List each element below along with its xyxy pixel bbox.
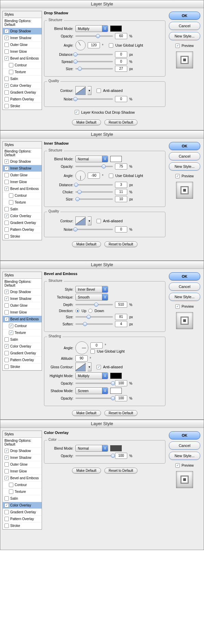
style-item-bevel-and-emboss[interactable]: Bevel and Emboss bbox=[3, 475, 42, 482]
distance-input[interactable]: 0 bbox=[115, 51, 127, 58]
style-item-texture[interactable]: Texture bbox=[3, 329, 42, 336]
styles-header[interactable]: Styles bbox=[3, 11, 42, 18]
style-item-pattern-overlay[interactable]: Pattern Overlay bbox=[3, 226, 42, 233]
use-global-checkbox[interactable] bbox=[109, 43, 113, 48]
spread-slider[interactable] bbox=[75, 61, 113, 62]
style-item-contour[interactable]: Contour bbox=[3, 192, 42, 199]
style-checkbox[interactable] bbox=[4, 207, 9, 211]
make-default-button[interactable]: Make Default bbox=[72, 119, 101, 125]
preview-checkbox[interactable] bbox=[175, 174, 180, 178]
style-item-drop-shadow[interactable]: Drop Shadow bbox=[3, 28, 42, 35]
style-item-contour[interactable]: Contour bbox=[3, 62, 42, 69]
style-item-drop-shadow[interactable]: Drop Shadow bbox=[3, 158, 42, 165]
reset-default-button[interactable]: Reset to Default bbox=[104, 241, 138, 247]
style-item-contour[interactable]: Contour bbox=[3, 482, 42, 488]
style-checkbox[interactable] bbox=[4, 351, 9, 355]
style-checkbox[interactable] bbox=[4, 455, 9, 460]
direction-up-radio[interactable] bbox=[75, 309, 79, 313]
altitude-input[interactable]: 90 bbox=[75, 355, 88, 361]
style-item-bevel-and-emboss[interactable]: Bevel and Emboss bbox=[3, 316, 42, 323]
style-checkbox[interactable] bbox=[4, 173, 9, 177]
style-item-drop-shadow[interactable]: Drop Shadow bbox=[3, 289, 42, 295]
style-checkbox[interactable] bbox=[4, 449, 9, 453]
style-item-inner-shadow[interactable]: Inner Shadow bbox=[3, 454, 42, 461]
opacity-slider[interactable] bbox=[75, 455, 113, 456]
contour-thumbnail[interactable] bbox=[75, 216, 86, 225]
style-item-pattern-overlay[interactable]: Pattern Overlay bbox=[3, 357, 42, 364]
size-slider[interactable] bbox=[75, 68, 113, 69]
style-item-texture[interactable]: Texture bbox=[3, 199, 42, 206]
contour-thumbnail[interactable] bbox=[75, 363, 86, 371]
ok-button[interactable]: OK bbox=[169, 272, 200, 280]
style-checkbox[interactable] bbox=[4, 29, 9, 33]
size-input[interactable]: 27 bbox=[115, 66, 127, 72]
style-checkbox[interactable] bbox=[4, 358, 9, 362]
color-swatch[interactable] bbox=[110, 156, 122, 162]
new-style-button[interactable]: New Style... bbox=[169, 162, 200, 171]
soften-slider[interactable] bbox=[75, 323, 113, 325]
noise-input[interactable]: 0 bbox=[115, 96, 127, 102]
style-checkbox[interactable] bbox=[4, 296, 9, 301]
blend-mode-select[interactable]: Normal▲▼ bbox=[75, 445, 108, 452]
style-checkbox[interactable] bbox=[4, 97, 9, 101]
contour-thumbnail[interactable] bbox=[75, 86, 86, 95]
angle-dial[interactable] bbox=[75, 171, 86, 181]
antialiased-checkbox[interactable] bbox=[97, 365, 101, 369]
style-checkbox[interactable] bbox=[4, 524, 9, 528]
contour-dropdown-icon[interactable]: ▼ bbox=[88, 86, 91, 95]
contour-dropdown-icon[interactable]: ▼ bbox=[88, 216, 91, 225]
make-default-button[interactable]: Make Default bbox=[72, 468, 101, 473]
preview-checkbox[interactable] bbox=[175, 304, 180, 309]
style-checkbox[interactable] bbox=[4, 303, 9, 308]
shadow-opacity-slider[interactable] bbox=[75, 398, 113, 399]
ok-button[interactable]: OK bbox=[169, 142, 200, 150]
highlight-opacity-slider[interactable] bbox=[75, 383, 113, 384]
style-checkbox[interactable] bbox=[4, 221, 9, 225]
blending-options-row[interactable]: Blending Options: Default bbox=[3, 18, 42, 28]
highlight-mode-select[interactable]: Multiply▲▼ bbox=[75, 372, 108, 379]
style-checkbox[interactable] bbox=[4, 344, 9, 349]
reset-default-button[interactable]: Reset to Default bbox=[104, 119, 138, 125]
style-item-outer-glow[interactable]: Outer Glow bbox=[3, 42, 42, 48]
style-item-inner-shadow[interactable]: Inner Shadow bbox=[3, 35, 42, 42]
style-checkbox[interactable] bbox=[9, 63, 13, 67]
style-item-drop-shadow[interactable]: Drop Shadow bbox=[3, 448, 42, 454]
cancel-button[interactable]: Cancel bbox=[169, 283, 200, 291]
contour-dropdown-icon[interactable]: ▼ bbox=[88, 363, 91, 371]
blend-mode-select[interactable]: Normal▲▼ bbox=[75, 156, 108, 162]
antialiased-checkbox[interactable] bbox=[97, 219, 101, 223]
angle-dial[interactable] bbox=[75, 40, 86, 50]
blend-mode-select[interactable]: Multiply▲▼ bbox=[75, 25, 108, 32]
new-style-button[interactable]: New Style... bbox=[169, 452, 200, 460]
style-item-contour[interactable]: Contour bbox=[3, 323, 42, 329]
style-item-satin[interactable]: Satin bbox=[3, 76, 42, 82]
color-swatch[interactable] bbox=[110, 445, 122, 451]
angle-input[interactable]: 0 bbox=[90, 342, 103, 349]
shadow-opacity-input[interactable]: 100 bbox=[115, 395, 127, 401]
knocks-out-checkbox[interactable] bbox=[75, 110, 79, 114]
style-item-texture[interactable]: Texture bbox=[3, 488, 42, 495]
style-item-gradient-overlay[interactable]: Gradient Overlay bbox=[3, 89, 42, 96]
reset-default-button[interactable]: Reset to Default bbox=[104, 468, 138, 473]
style-item-gradient-overlay[interactable]: Gradient Overlay bbox=[3, 350, 42, 357]
style-checkbox[interactable] bbox=[4, 517, 9, 521]
style-item-color-overlay[interactable]: Color Overlay bbox=[3, 82, 42, 89]
new-style-button[interactable]: New Style... bbox=[169, 293, 200, 301]
size-input[interactable]: 10 bbox=[115, 196, 127, 202]
style-checkbox[interactable] bbox=[4, 234, 9, 239]
preview-toggle[interactable]: Preview bbox=[175, 304, 194, 309]
style-checkbox[interactable] bbox=[4, 77, 9, 81]
style-checkbox[interactable] bbox=[4, 310, 9, 315]
cancel-button[interactable]: Cancel bbox=[169, 441, 200, 450]
distance-input[interactable]: 3 bbox=[115, 182, 127, 188]
make-default-button[interactable]: Make Default bbox=[72, 410, 101, 416]
opacity-input[interactable]: 100 bbox=[115, 453, 127, 459]
size-slider[interactable] bbox=[75, 198, 113, 200]
style-item-satin[interactable]: Satin bbox=[3, 336, 42, 343]
style-item-stroke[interactable]: Stroke bbox=[3, 103, 42, 110]
color-swatch[interactable] bbox=[110, 26, 122, 32]
style-checkbox[interactable] bbox=[4, 49, 9, 54]
noise-slider[interactable] bbox=[75, 98, 113, 100]
style-item-texture[interactable]: Texture bbox=[3, 69, 42, 76]
style-item-outer-glow[interactable]: Outer Glow bbox=[3, 172, 42, 179]
